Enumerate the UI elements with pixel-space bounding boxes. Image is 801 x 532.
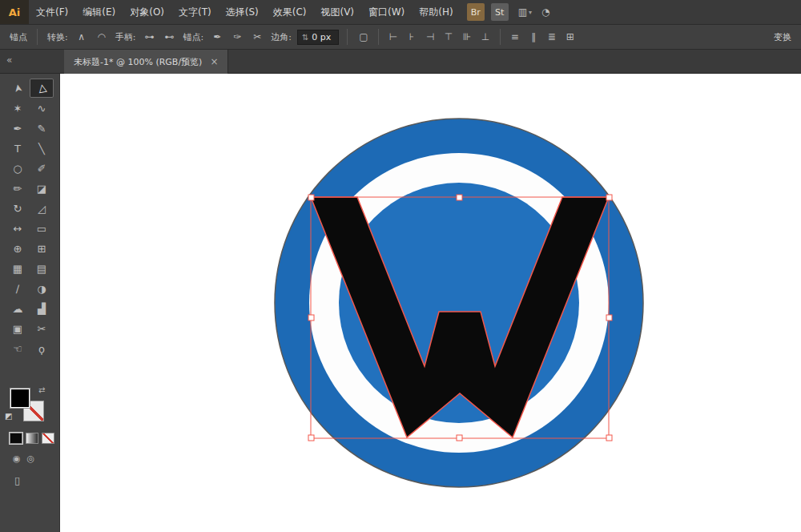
paint-mode-buttons [10,433,54,444]
corner-label: 边角: [271,31,292,43]
shape-builder-tool[interactable]: ⊕ [6,239,30,258]
convert-to-smooth-icon[interactable]: ◠ [94,29,110,45]
select-similar-icon[interactable]: ▢ [356,29,372,45]
selection-handle-bottom-right[interactable] [606,435,612,441]
default-fill-stroke-icon[interactable]: ◩ [5,412,12,421]
paintbrush-tool[interactable]: ✐ [30,159,54,178]
menu-help[interactable]: 帮助(H) [412,0,460,24]
add-anchor-icon[interactable]: ✒ [209,29,225,45]
menu-object[interactable]: 对象(O) [123,0,171,24]
align-bottom-icon[interactable]: ⊥ [477,29,493,45]
selection-handle-middle-left[interactable] [308,315,314,320]
menu-window[interactable]: 窗口(W) [361,0,412,24]
stock-button[interactable]: St [491,3,509,21]
free-transform-tool[interactable]: ▭ [30,219,54,238]
corner-radius-value: 0 px [312,32,331,42]
chevron-down-icon: ▾ [529,9,532,16]
menu-view[interactable]: 视图(V) [313,0,361,24]
app-logo[interactable]: Ai [0,0,29,24]
bridge-button[interactable]: Br [467,3,485,21]
color-mode-button[interactable] [10,433,22,444]
workspace-layout-icon: ▥ [518,6,527,18]
type-tool[interactable]: T [6,139,30,158]
gradient-tool[interactable]: ▤ [30,259,54,278]
fill-stroke-swatches: ⇄ ◩ [10,388,53,426]
screen-mode-icon[interactable]: ▯ [14,474,20,486]
corner-stepper-icon[interactable]: ⇅ [302,33,308,42]
selection-handle-top-left[interactable] [308,195,314,200]
canvas[interactable] [60,74,801,532]
align-center-horizontal-icon[interactable]: ⊦ [404,29,420,45]
magic-wand-tool[interactable]: ✶ [6,99,30,118]
pen-tool[interactable]: ✒ [6,119,30,138]
hand-tool[interactable]: ☜ [6,339,30,358]
menu-type[interactable]: 文字(T) [171,0,219,24]
selection-handle-top-center[interactable] [457,195,462,200]
ellipse-tool[interactable]: ○ [6,159,30,178]
corner-radius-input[interactable]: ⇅ 0 px [297,30,339,45]
hide-handles-icon[interactable]: ⊷ [161,29,177,45]
transform-label[interactable]: 变换 [774,31,791,43]
curvature-tool[interactable]: ✎ [30,119,54,138]
line-segment-tool[interactable]: ╲ [30,139,54,158]
distribute-space-vertical-icon[interactable]: ≣ [544,29,560,45]
artboard[interactable] [60,74,801,532]
align-top-icon[interactable]: ⊤ [441,29,457,45]
cut-path-icon[interactable]: ✂ [249,29,265,45]
separator [37,29,38,45]
anchor-panel-label: 锚点 [10,31,27,43]
perspective-grid-tool[interactable]: ⊞ [30,239,54,258]
distribute-vertical-icon[interactable]: ≡ [507,29,523,45]
selection-handle-bottom-center[interactable] [457,435,462,441]
eyedropper-tool[interactable]: ∕ [6,279,30,298]
handles-label: 手柄: [115,31,136,43]
draw-behind-icon[interactable]: ◎ [27,453,35,464]
document-tab-title: 未标题-1* @ 100% (RGB/预览) [74,56,202,68]
mesh-tool[interactable]: ▦ [6,259,30,278]
scale-tool[interactable]: ◿ [30,199,54,218]
artboard-tool[interactable]: ▣ [6,319,30,338]
none-mode-button[interactable] [42,433,54,444]
document-tab[interactable]: 未标题-1* @ 100% (RGB/预览) × [64,50,228,74]
width-tool[interactable]: ↔ [6,219,30,238]
selection-tool[interactable]: ➤ [6,79,30,98]
distribute-horizontal-icon[interactable]: ∥ [525,29,541,45]
menu-edit[interactable]: 编辑(E) [75,0,123,24]
show-handles-icon[interactable]: ⊶ [141,29,157,45]
align-center-vertical-icon[interactable]: ⊪ [459,29,475,45]
control-bar: 锚点 转换: ∧ ◠ 手柄: ⊶ ⊷ 锚点: ✒ ✑ ✂ 边角: ⇅ 0 px … [0,24,801,50]
align-left-icon[interactable]: ⊢ [385,29,401,45]
rotate-tool[interactable]: ↻ [6,199,30,218]
workspace-layout-button[interactable]: ▥ ▾ [518,6,532,18]
convert-to-corner-icon[interactable]: ∧ [74,29,90,45]
lasso-tool[interactable]: ∿ [30,99,54,118]
anchors-label: 锚点: [183,31,203,43]
menu-select[interactable]: 选择(S) [219,0,266,24]
selection-tool-icon: ➤ [11,83,25,93]
collapse-panel-icon[interactable]: « [6,54,12,66]
align-strip: ▢ ⊢ ⊦ ⊣ ⊤ ⊪ ⊥ ≡ ∥ ≣ ⊞ [356,29,578,45]
separator [500,29,501,45]
zoom-tool[interactable]: ϙ [30,339,54,358]
menu-effect[interactable]: 效果(C) [266,0,314,24]
pencil-tool[interactable]: ✏ [6,179,30,198]
remove-anchor-icon[interactable]: ✑ [229,29,245,45]
selection-handle-bottom-left[interactable] [308,435,314,441]
symbol-sprayer-tool[interactable]: ☁ [6,299,30,318]
tab-close-icon[interactable]: × [210,56,218,67]
slice-tool[interactable]: ✂ [30,319,54,338]
column-graph-tool[interactable]: ▟ [30,299,54,318]
eraser-tool[interactable]: ◪ [30,179,54,198]
direct-selection-tool[interactable]: ▷ [30,79,54,98]
selection-handle-top-right[interactable] [606,195,612,200]
distribute-space-horizontal-icon[interactable]: ⊞ [562,29,578,45]
swap-fill-stroke-icon[interactable]: ⇄ [38,385,45,394]
align-right-icon[interactable]: ⊣ [422,29,438,45]
selection-handle-middle-right[interactable] [606,315,612,320]
draw-normal-icon[interactable]: ◉ [13,453,21,464]
blend-tool[interactable]: ◑ [30,279,54,298]
gpu-performance-button[interactable]: ◔ [541,6,549,18]
gradient-mode-button[interactable] [26,433,38,444]
menu-file[interactable]: 文件(F) [29,0,75,24]
fill-swatch[interactable] [10,388,30,409]
